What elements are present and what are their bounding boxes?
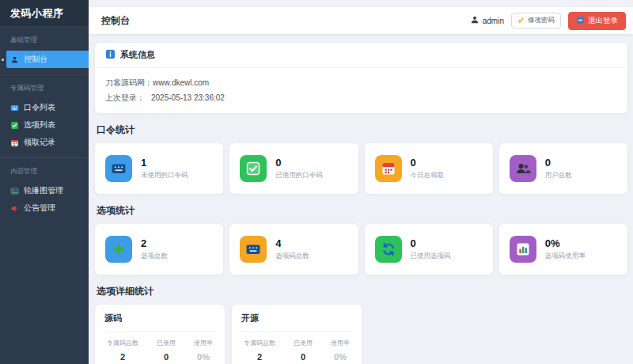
sidebar-item-label: 领取记录	[24, 137, 55, 148]
main-area: 控制台 admin 修改密码 退出登录 系统信息 刀客源	[89, 0, 633, 364]
info-value: www.dkewl.com	[153, 75, 209, 90]
sidebar-item-console[interactable]: 控制台	[6, 51, 89, 68]
sidebar-nav: 基础管理控制台专属码管理口令列表选项列表领取记录内容管理轮播图管理公告管理	[0, 27, 89, 223]
stat-text: 1未使用的口令码	[141, 157, 188, 180]
detail-column-label: 已使用	[294, 339, 313, 347]
stats-root: 口令统计1未使用的口令码0已使用的口令码0今日总领取0用户总数选项统计2选项总数…	[95, 123, 627, 275]
sidebar-item-label: 轮播图管理	[24, 185, 63, 196]
change-password-label: 修改密码	[528, 16, 555, 25]
detail-column-value: 0	[157, 352, 176, 362]
sidebar-section-label: 专属码管理	[0, 77, 89, 99]
info-label: 刀客源码网：	[105, 75, 153, 90]
topbar-right: admin 修改密码 退出登录	[470, 12, 626, 30]
users-icon	[510, 155, 536, 182]
stat-card: 0%选项码使用率	[499, 224, 627, 275]
stat-value: 2	[141, 237, 168, 249]
detail-column: 专属码总数2	[244, 339, 275, 362]
stat-value: 0	[275, 157, 323, 169]
stats-section-title: 选项统计	[97, 204, 626, 218]
check-green-icon	[10, 121, 19, 130]
detail-section-title: 选项详细统计	[97, 285, 626, 298]
detail-columns: 专属码总数2已使用0使用率0%	[104, 339, 215, 362]
stat-text: 0已使用的口令码	[275, 157, 323, 180]
logout-button[interactable]: 退出登录	[568, 12, 626, 30]
stat-label: 用户总数	[545, 171, 572, 180]
app-title: 发码小程序	[0, 0, 89, 27]
system-info-title: 系统信息	[120, 49, 155, 61]
info-icon	[105, 49, 116, 61]
stat-card: 0今日总领取	[365, 143, 493, 194]
refresh-icon	[375, 236, 402, 263]
username: admin	[483, 17, 504, 25]
sidebar-section-label: 基础管理	[0, 28, 89, 51]
detail-column-label: 使用率	[194, 339, 213, 347]
system-info-panel: 系统信息 刀客源码网： www.dkewl.com 上次登录： 2025-05-…	[95, 43, 627, 113]
detail-cards-row: 源码专属码总数2已使用0使用率0%开源专属码总数2已使用0使用率0%	[95, 305, 627, 364]
info-row: 刀客源码网： www.dkewl.com	[105, 75, 617, 90]
info-value: 2025-05-13 23:36:02	[151, 90, 225, 105]
logout-icon	[576, 16, 585, 26]
sidebar-section-label: 内容管理	[0, 160, 89, 182]
sidebar-item-label: 口令列表	[24, 102, 55, 113]
sidebar-item-option-list[interactable]: 选项列表	[0, 116, 89, 134]
detail-column-value: 0%	[194, 352, 213, 362]
system-info-header: 系统信息	[95, 43, 627, 68]
detail-card: 开源专属码总数2已使用0使用率0%	[232, 305, 362, 364]
keyboard-icon	[105, 155, 132, 182]
stat-value: 0	[411, 157, 445, 169]
detail-column: 已使用0	[294, 339, 313, 362]
content: 系统信息 刀客源码网： www.dkewl.com 上次登录： 2025-05-…	[89, 34, 633, 364]
divider	[240, 331, 354, 332]
detail-column-label: 使用率	[331, 339, 350, 347]
change-password-button[interactable]: 修改密码	[511, 13, 561, 28]
sidebar-item-label: 公告管理	[24, 203, 55, 214]
megaphone-icon	[10, 204, 19, 213]
stat-text: 4选项码总数	[275, 237, 309, 261]
sidebar-item-claim-records[interactable]: 领取记录	[0, 134, 89, 151]
stat-label: 已使用选项码	[411, 252, 451, 261]
dashboard-icon	[10, 55, 19, 64]
page-title: 控制台	[101, 14, 130, 28]
detail-card-title: 源码	[104, 313, 215, 324]
stats-section-title: 口令统计	[97, 123, 626, 137]
keyboard-icon	[240, 236, 267, 263]
detail-column-value: 2	[244, 352, 275, 362]
sidebar: 发码小程序 基础管理控制台专属码管理口令列表选项列表领取记录内容管理轮播图管理公…	[0, 0, 89, 364]
detail-column-label: 专属码总数	[107, 339, 138, 347]
stat-label: 选项码总数	[275, 252, 309, 261]
detail-column-label: 专属码总数	[244, 339, 275, 347]
keyboard-blue-icon	[10, 104, 19, 112]
stat-text: 0%选项码使用率	[545, 237, 586, 261]
stat-value: 1	[141, 157, 188, 169]
chart-icon	[510, 236, 536, 263]
user-chip: admin	[470, 15, 504, 26]
sidebar-item-announcement-management[interactable]: 公告管理	[0, 199, 89, 217]
puzzle-icon	[105, 236, 132, 263]
stat-card: 2选项总数	[95, 224, 223, 275]
stat-value: 0%	[545, 237, 586, 249]
stat-card: 0已使用的口令码	[229, 143, 358, 194]
sidebar-item-password-list[interactable]: 口令列表	[0, 99, 89, 116]
stat-value: 4	[275, 237, 309, 249]
detail-card: 源码专属码总数2已使用0使用率0%	[95, 305, 225, 364]
stat-label: 选项码使用率	[545, 252, 586, 261]
stat-card: 1未使用的口令码	[95, 143, 223, 194]
stat-value: 0	[411, 237, 451, 249]
stat-label: 未使用的口令码	[141, 171, 188, 180]
calendar-icon	[375, 155, 402, 182]
sidebar-item-label: 控制台	[24, 54, 47, 65]
stat-label: 今日总领取	[411, 171, 445, 180]
stat-text: 0用户总数	[545, 157, 572, 180]
stat-card: 0已使用选项码	[365, 224, 493, 275]
system-info-body: 刀客源码网： www.dkewl.com 上次登录： 2025-05-13 23…	[95, 68, 627, 113]
divider	[103, 331, 217, 332]
sidebar-section: 内容管理轮播图管理公告管理	[0, 158, 89, 223]
detail-column: 使用率0%	[331, 339, 350, 362]
sidebar-item-carousel-management[interactable]: 轮播图管理	[0, 182, 89, 199]
calendar-red-icon	[10, 138, 19, 147]
stat-cards-row: 1未使用的口令码0已使用的口令码0今日总领取0用户总数	[95, 143, 627, 194]
sidebar-section: 专属码管理口令列表选项列表领取记录	[0, 75, 89, 158]
image-icon	[10, 187, 19, 195]
topbar: 控制台 admin 修改密码 退出登录	[89, 7, 633, 34]
detail-column-value: 0	[294, 352, 313, 362]
